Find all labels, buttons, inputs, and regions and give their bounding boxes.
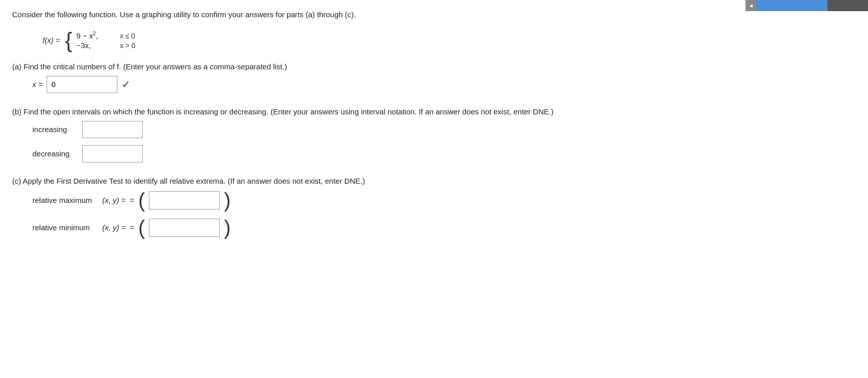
x-equals-label: x = (32, 80, 43, 89)
relative-minimum-row: relative minimum (x, y) = = ( ) (32, 218, 856, 238)
decreasing-input[interactable] (82, 145, 143, 162)
scroll-arrow[interactable]: ◄ (745, 0, 757, 11)
intro-sentence: Consider the following function. Use a g… (12, 10, 356, 19)
rel-max-eq: = (130, 196, 134, 204)
relative-maximum-row: relative maximum (x, y) = = ( ) (32, 190, 856, 211)
progress-bar-bg (827, 0, 868, 11)
left-brace: { (65, 30, 72, 51)
increasing-label: increasing (32, 125, 78, 134)
progress-bar-fill (757, 0, 827, 11)
rel-max-xy-label: (x, y) = (102, 196, 126, 204)
rel-min-xy-label: (x, y) = (102, 223, 126, 232)
part-a-section: (a) Find the critical numbers of f. (Ent… (12, 62, 856, 93)
part-a-label: (a) Find the critical numbers of f. (Ent… (12, 62, 856, 71)
rel-min-eq: = (130, 223, 134, 232)
piecewise-row-2: −3x, x > 0 (76, 41, 136, 50)
rel-min-right-paren: ) (224, 218, 230, 238)
rel-max-label: relative maximum (32, 196, 98, 204)
top-bar: ◄ (745, 0, 868, 11)
increasing-row: increasing (32, 121, 856, 138)
part-c-section: (c) Apply the First Derivative Test to i… (12, 177, 856, 238)
rel-max-left-paren: ( (138, 190, 145, 211)
piece1-cond: x ≤ 0 (120, 32, 135, 40)
part-a-answer-row: x = ✓ (32, 76, 856, 93)
fx-label: f(x) = (43, 36, 60, 45)
piecewise-function: { 9 − x2, x ≤ 0 −3x, x > 0 (65, 30, 136, 51)
rel-min-input[interactable] (149, 219, 220, 237)
part-c-label: (c) Apply the First Derivative Test to i… (12, 177, 856, 185)
decreasing-row: decreasing (32, 145, 856, 162)
piece2-cond: x > 0 (120, 41, 136, 50)
piecewise-rows: 9 − x2, x ≤ 0 −3x, x > 0 (76, 31, 136, 50)
piece2-expr: −3x, (76, 41, 117, 50)
increasing-input[interactable] (82, 121, 143, 138)
rel-max-right-paren: ) (224, 190, 230, 211)
part-b-label: (b) Find the open intervals on which the… (12, 107, 856, 116)
rel-min-left-paren: ( (138, 218, 145, 238)
part-a-input[interactable] (47, 76, 117, 93)
checkmark-icon: ✓ (122, 78, 130, 91)
function-definition: f(x) = { 9 − x2, x ≤ 0 −3x, x > 0 (43, 30, 856, 51)
rel-min-label: relative minimum (32, 223, 98, 232)
intro-text: Consider the following function. Use a g… (12, 9, 856, 21)
piece1-expr: 9 − x2, (76, 31, 117, 40)
part-b-section: (b) Find the open intervals on which the… (12, 107, 856, 162)
rel-max-input[interactable] (149, 191, 220, 209)
decreasing-label: decreasing (32, 149, 78, 158)
piecewise-row-1: 9 − x2, x ≤ 0 (76, 31, 136, 40)
